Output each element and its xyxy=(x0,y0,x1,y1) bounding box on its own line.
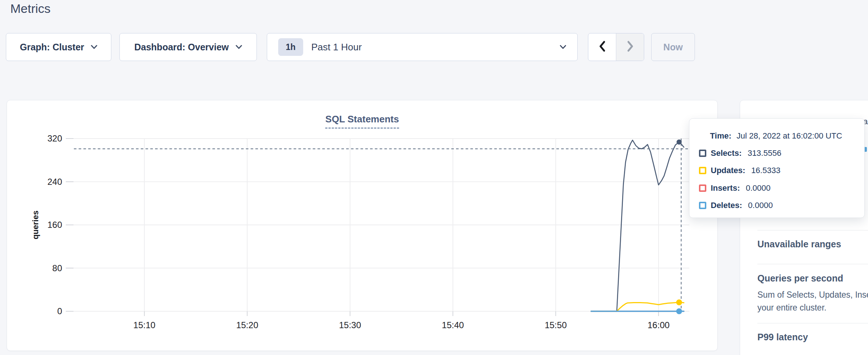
divider xyxy=(757,323,868,323)
previous-time-window-button[interactable] xyxy=(588,33,616,61)
series-line-updates xyxy=(591,302,684,311)
tooltip-series-value: 16.5333 xyxy=(751,166,781,175)
tooltip-series-row: Updates:16.5333 xyxy=(699,166,781,175)
sidebar-heading-qps: Queries per second xyxy=(757,273,843,284)
tooltip-time-row: Time:Jul 28, 2022 at 16:02:00 UTC xyxy=(710,131,842,141)
chevron-left-icon xyxy=(598,40,607,54)
y-tick-label: 240 xyxy=(47,177,62,187)
x-tick-label: 15:40 xyxy=(442,320,464,330)
x-tick-label: 16:00 xyxy=(648,320,670,330)
tooltip-series-row: Selects:313.5556 xyxy=(699,148,781,158)
time-range-label: Past 1 Hour xyxy=(311,42,553,53)
sidebar-qps-description: Sum of Selects, Updates, Inser your enti… xyxy=(757,288,868,314)
next-time-window-button[interactable] xyxy=(616,33,644,61)
series-color-swatch-icon xyxy=(699,184,706,192)
y-tick-label: 80 xyxy=(52,263,62,273)
now-button[interactable]: Now xyxy=(651,33,695,61)
tooltip-series-label: Inserts: xyxy=(711,183,740,193)
chevron-right-icon xyxy=(625,40,635,54)
graph-scope-label: Graph: Cluster xyxy=(20,42,84,53)
time-range-selector[interactable]: 1h Past 1 Hour xyxy=(267,33,578,61)
tooltip-series-label: Selects: xyxy=(711,148,742,158)
sidebar-qps-desc-line1: Sum of Selects, Updates, Inser xyxy=(757,288,868,301)
tooltip-time-value: Jul 28, 2022 at 16:02:00 UTC xyxy=(736,131,842,140)
x-tick-label: 15:30 xyxy=(339,320,361,330)
y-tick-label: 0 xyxy=(57,306,62,316)
series-color-swatch-icon xyxy=(699,167,706,174)
dashboard-label: Dashboard: Overview xyxy=(134,42,229,53)
dashboard-dropdown[interactable]: Dashboard: Overview xyxy=(119,33,257,61)
series-color-swatch-icon xyxy=(699,150,706,157)
now-button-label: Now xyxy=(663,42,683,53)
series-line-selects xyxy=(591,140,684,311)
sidebar-qps-desc-line2: your entire cluster. xyxy=(757,301,868,314)
tooltip-series-label: Updates: xyxy=(711,166,745,175)
hover-point-deletes xyxy=(676,308,682,314)
chevron-down-icon xyxy=(236,45,242,49)
y-tick-label: 320 xyxy=(47,133,62,143)
hover-point-selects xyxy=(677,139,682,144)
sql-statements-plot-area[interactable]: 08016024032015:1015:2015:3015:4015:5016:… xyxy=(7,100,717,351)
x-tick-label: 15:20 xyxy=(236,320,258,330)
time-step-button-group xyxy=(588,33,644,61)
sql-statements-chart-card: SQL Statements queries 08016024032015:10… xyxy=(7,100,718,351)
y-tick-label: 160 xyxy=(47,220,62,230)
x-tick-label: 15:10 xyxy=(133,320,155,330)
hover-point-updates xyxy=(676,300,682,305)
x-tick-label: 15:50 xyxy=(545,320,567,330)
chart-hover-tooltip: Time:Jul 28, 2022 at 16:02:00 UTC Select… xyxy=(689,118,865,218)
tooltip-series-value: 313.5556 xyxy=(747,148,781,158)
graph-scope-dropdown[interactable]: Graph: Cluster xyxy=(6,33,111,61)
time-range-badge: 1h xyxy=(278,38,303,56)
chevron-down-icon xyxy=(560,45,566,49)
tooltip-series-value: 0.0000 xyxy=(748,201,773,210)
sidebar-heading-p99-latency: P99 latency xyxy=(757,332,808,343)
tooltip-series-row: Inserts:0.0000 xyxy=(699,183,771,193)
tooltip-series-value: 0.0000 xyxy=(746,183,770,193)
page-title: Metrics xyxy=(10,1,51,16)
divider xyxy=(757,264,868,264)
sidebar-heading-unavailable-ranges: Unavailable ranges xyxy=(757,239,841,250)
series-color-swatch-icon xyxy=(699,202,706,209)
tooltip-time-label: Time: xyxy=(710,131,731,140)
tooltip-series-row: Deletes:0.0000 xyxy=(699,201,773,210)
chevron-down-icon xyxy=(91,45,97,49)
divider xyxy=(757,230,868,230)
tooltip-series-label: Deletes: xyxy=(711,201,742,210)
